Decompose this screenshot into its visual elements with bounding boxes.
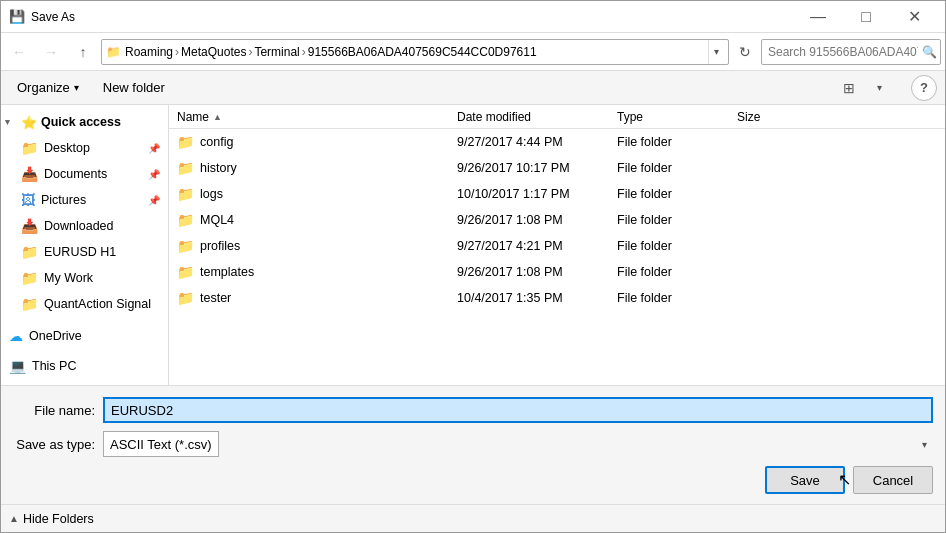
file-row-type: File folder — [617, 161, 737, 175]
col-name-header[interactable]: Name ▲ — [177, 110, 457, 124]
organize-label: Organize — [17, 80, 70, 95]
table-row[interactable]: 📁 templates 9/26/2017 1:08 PM File folde… — [169, 259, 945, 285]
back-button[interactable]: ← — [5, 38, 33, 66]
sidebar-item-desktop[interactable]: 📁 Desktop 📌 — [1, 135, 168, 161]
title-bar: 💾 Save As — □ ✕ — [1, 1, 945, 33]
sidebar-item-quantaction-label: QuantAction Signal — [44, 297, 151, 311]
table-row[interactable]: 📁 history 9/26/2017 10:17 PM File folder — [169, 155, 945, 181]
documents-folder-icon: 📥 — [21, 166, 38, 182]
minimize-button[interactable]: — — [795, 1, 841, 33]
address-dropdown-arrow[interactable]: ▾ — [708, 40, 724, 64]
sidebar-item-mywork-label: My Work — [44, 271, 93, 285]
organize-button[interactable]: Organize ▾ — [9, 75, 87, 101]
file-row-name-label: MQL4 — [200, 213, 234, 227]
save-button[interactable]: Save ↖ — [765, 466, 845, 494]
savetype-label: Save as type: — [13, 437, 103, 452]
savetype-select[interactable]: ASCII Text (*.csv) — [103, 431, 219, 457]
maximize-button[interactable]: □ — [843, 1, 889, 33]
file-row-type: File folder — [617, 265, 737, 279]
hide-folders-chevron-icon: ▲ — [9, 513, 19, 524]
forward-button[interactable]: → — [37, 38, 65, 66]
table-row[interactable]: 📁 config 9/27/2017 4:44 PM File folder — [169, 129, 945, 155]
table-row[interactable]: 📁 MQL4 9/26/2017 1:08 PM File folder — [169, 207, 945, 233]
sidebar-item-documents[interactable]: 📥 Documents 📌 — [1, 161, 168, 187]
sort-arrow: ▲ — [213, 112, 222, 122]
hide-folders-bar[interactable]: ▲ Hide Folders — [1, 504, 945, 532]
crumb-metaquotes: MetaQuotes — [181, 45, 246, 59]
filename-input[interactable] — [103, 397, 933, 423]
file-row-type: File folder — [617, 239, 737, 253]
address-toolbar: ← → ↑ 📁 Roaming › MetaQuotes › Terminal … — [1, 33, 945, 71]
file-row-name: 📁 history — [177, 160, 457, 176]
sidebar-item-thispc-label: This PC — [32, 359, 76, 373]
file-list: Name ▲ Date modified Type Size 📁 config … — [169, 105, 945, 385]
bottom-area: File name: Save as type: ASCII Text (*.c… — [1, 385, 945, 532]
quick-access-header[interactable]: ▾ ⭐ Quick access — [1, 109, 168, 135]
folder-icon: 📁 — [106, 45, 121, 59]
file-row-date: 9/27/2017 4:44 PM — [457, 135, 617, 149]
col-date-header[interactable]: Date modified — [457, 110, 617, 124]
filename-row: File name: — [13, 396, 933, 424]
close-button[interactable]: ✕ — [891, 1, 937, 33]
thispc-icon: 💻 — [9, 358, 26, 374]
quantaction-folder-icon: 📁 — [21, 296, 38, 312]
file-row-name-label: templates — [200, 265, 254, 279]
sidebar-item-onedrive[interactable]: ☁ OneDrive — [1, 323, 168, 349]
crumb-sep-2: › — [248, 45, 252, 59]
crumb-sep-3: › — [302, 45, 306, 59]
table-row[interactable]: 📁 tester 10/4/2017 1:35 PM File folder — [169, 285, 945, 311]
table-row[interactable]: 📁 logs 10/10/2017 1:17 PM File folder — [169, 181, 945, 207]
up-button[interactable]: ↑ — [69, 38, 97, 66]
table-row[interactable]: 📁 profiles 9/27/2017 4:21 PM File folder — [169, 233, 945, 259]
file-row-type: File folder — [617, 135, 737, 149]
folder-row-icon: 📁 — [177, 264, 194, 280]
file-row-name-label: history — [200, 161, 237, 175]
file-row-type: File folder — [617, 291, 737, 305]
sidebar-item-thispc[interactable]: 💻 This PC — [1, 353, 168, 379]
onedrive-icon: ☁ — [9, 328, 23, 344]
file-row-name: 📁 MQL4 — [177, 212, 457, 228]
folder-row-icon: 📁 — [177, 134, 194, 150]
sidebar: ▾ ⭐ Quick access 📁 Desktop 📌 📥 Documents… — [1, 105, 169, 385]
mywork-folder-icon: 📁 — [21, 270, 38, 286]
search-box[interactable]: 🔍 — [761, 39, 941, 65]
col-name-label: Name — [177, 110, 209, 124]
refresh-button[interactable]: ↻ — [733, 39, 757, 65]
window-icon: 💾 — [9, 9, 25, 25]
sidebar-item-pictures[interactable]: 🖼 Pictures 📌 — [1, 187, 168, 213]
address-bar[interactable]: 📁 Roaming › MetaQuotes › Terminal › 9155… — [101, 39, 729, 65]
sidebar-item-downloaded-label: Downloaded — [44, 219, 114, 233]
eurusd-folder-icon: 📁 — [21, 244, 38, 260]
pictures-pin-icon: 📌 — [148, 195, 160, 206]
window-title: Save As — [31, 10, 795, 24]
view-button[interactable]: ⊞ — [835, 75, 863, 101]
view-dropdown-arrow[interactable]: ▾ — [871, 75, 887, 101]
file-row-name: 📁 tester — [177, 290, 457, 306]
search-input[interactable] — [768, 45, 918, 59]
folder-row-icon: 📁 — [177, 160, 194, 176]
file-row-name: 📁 logs — [177, 186, 457, 202]
file-row-date: 9/27/2017 4:21 PM — [457, 239, 617, 253]
sidebar-item-mywork[interactable]: 📁 My Work — [1, 265, 168, 291]
col-size-header[interactable]: Size — [737, 110, 817, 124]
file-row-date: 10/4/2017 1:35 PM — [457, 291, 617, 305]
window-controls: — □ ✕ — [795, 1, 937, 33]
savetype-dropdown-arrow: ▾ — [922, 439, 927, 450]
col-type-header[interactable]: Type — [617, 110, 737, 124]
cancel-button[interactable]: Cancel — [853, 466, 933, 494]
sidebar-item-downloaded[interactable]: 📥 Downloaded — [1, 213, 168, 239]
help-button[interactable]: ? — [911, 75, 937, 101]
file-row-type: File folder — [617, 213, 737, 227]
file-row-date: 10/10/2017 1:17 PM — [457, 187, 617, 201]
quick-access-arrow: ▾ — [5, 117, 17, 127]
hide-folders-label: Hide Folders — [23, 512, 94, 526]
crumb-sep-1: › — [175, 45, 179, 59]
sidebar-item-quantaction[interactable]: 📁 QuantAction Signal — [1, 291, 168, 317]
file-row-date: 9/26/2017 1:08 PM — [457, 265, 617, 279]
sidebar-item-eurusd[interactable]: 📁 EURUSD H1 — [1, 239, 168, 265]
organize-arrow: ▾ — [74, 82, 79, 93]
bottom-bar: File name: Save as type: ASCII Text (*.c… — [1, 385, 945, 504]
new-folder-button[interactable]: New folder — [95, 75, 173, 101]
breadcrumb-crumbs: Roaming › MetaQuotes › Terminal › 915566… — [125, 45, 704, 59]
main-content: ▾ ⭐ Quick access 📁 Desktop 📌 📥 Documents… — [1, 105, 945, 385]
